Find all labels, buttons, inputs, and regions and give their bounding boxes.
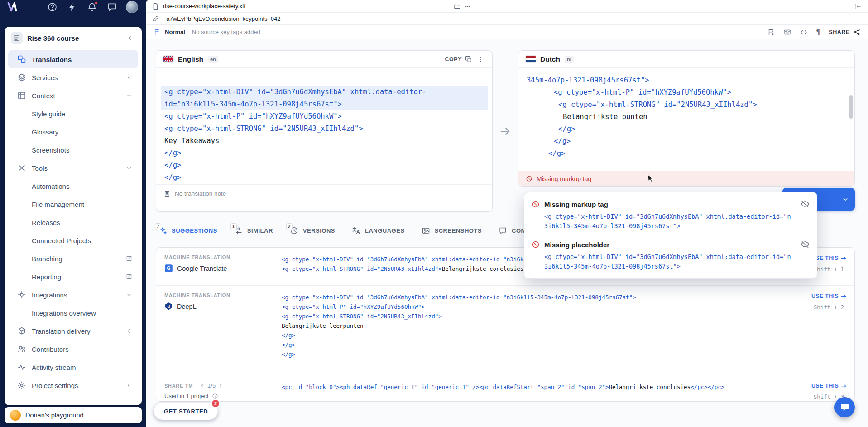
sidebar-item-translation-delivery[interactable]: Translation delivery <box>8 322 138 340</box>
eye-off-icon[interactable] <box>801 200 810 209</box>
tm-usage: Used in 1 project <box>164 393 273 399</box>
error-icon <box>532 240 540 249</box>
external-icon[interactable] <box>125 255 133 262</box>
sidebar-item-label: Integrations <box>32 291 67 299</box>
intercom-chat-button[interactable] <box>834 397 855 417</box>
flag-badge-icon[interactable] <box>767 28 775 36</box>
sidebar-item-screenshots[interactable]: Screenshots <box>8 141 138 159</box>
use-this-arrow-icon: → <box>841 293 846 300</box>
sidebar-item-activity-stream[interactable]: Activity stream <box>8 358 138 376</box>
workspace-switcher[interactable]: Dorian's playground <box>5 407 142 423</box>
use-this-button[interactable]: USE THIS→ <box>811 382 846 389</box>
notification-dot <box>94 1 98 5</box>
source-tags-note: No source key tags added <box>192 29 260 35</box>
source-text[interactable]: <g ctype="x-html-DIV" id="3dGh7u6dXmhysE… <box>156 68 492 184</box>
project-switcher[interactable]: Rise 360 course <box>5 27 142 49</box>
scrollbar-thumb[interactable] <box>849 95 853 119</box>
copy-source-button[interactable]: COPY <box>445 56 472 63</box>
sidebar-item-label: Releases <box>32 219 60 226</box>
sidebar-item-connected-projects[interactable]: Connected Projects <box>8 231 138 249</box>
info-icon[interactable] <box>212 393 218 399</box>
languages-icon <box>352 226 360 235</box>
file-name[interactable]: rise-course-workplace-safety.xlf <box>163 3 245 10</box>
user-avatar[interactable] <box>126 1 138 13</box>
sidebar-item-style-guide[interactable]: Style guide <box>8 105 138 123</box>
tab-similar[interactable]: 1SIMILAR <box>234 226 273 235</box>
pagination-next-icon[interactable] <box>217 383 224 389</box>
qa-error-item: Missing placeholder<g ctype="x-html-DIV"… <box>532 240 810 271</box>
pagination-current: 1/5 <box>207 382 216 389</box>
similar-icon: 1 <box>234 226 243 235</box>
get-started-button[interactable]: GET STARTED 2 <box>154 403 218 420</box>
suggestions-icon: 7 <box>158 226 167 235</box>
save-options-button[interactable] <box>835 188 855 211</box>
tab-label: SUGGESTIONS <box>172 227 217 234</box>
suggestion-text[interactable]: <g ctype="x-html-DIV" id="3dGh7u6dXmhysE… <box>282 286 803 375</box>
sidebar-item-glossary[interactable]: Glossary <box>8 123 138 141</box>
sidebar-item-integrations-overview[interactable]: Integrations overview <box>8 304 138 322</box>
tab-suggestions[interactable]: 7SUGGESTIONS <box>158 226 217 235</box>
sidebar-collapse-icon[interactable] <box>127 34 135 42</box>
eye-off-icon[interactable] <box>801 240 810 249</box>
sidebar-item-services[interactable]: Services <box>8 68 138 86</box>
use-this-arrow-icon: → <box>841 254 846 262</box>
sidebar-item-tools[interactable]: Tools <box>8 159 138 177</box>
sidebar-item-integrations[interactable]: Integrations <box>8 286 138 304</box>
suggestion-row: SHARE TM1/5Used in 1 project<pc id="bloc… <box>156 375 854 402</box>
inline-error-banner[interactable]: Missing markup tag <box>518 171 854 186</box>
tab-versions[interactable]: 2VERSIONS <box>290 226 335 235</box>
notifications-bell-icon[interactable] <box>87 2 97 12</box>
app-logo[interactable] <box>6 1 18 13</box>
sidebar-item-branching[interactable]: Branching <box>8 249 138 268</box>
tab-screenshots[interactable]: SCREENSHOTS <box>422 226 482 235</box>
target-text-editor[interactable]: 345m-4o7p-l321-098j45rs67st"><g ctype="x… <box>518 68 854 160</box>
external-icon[interactable] <box>125 273 133 280</box>
translation-key-id[interactable]: _a7wEyPbPqEvO.conclusion_keypoints_042 <box>163 15 280 22</box>
deepl-icon: d <box>164 302 173 311</box>
source-language-code: en <box>208 56 218 63</box>
chev-down-icon <box>125 92 133 99</box>
left-rail: Rise 360 course TranslationsServicesCont… <box>0 0 146 427</box>
pilcrow-icon[interactable]: ¶ <box>816 28 820 36</box>
folder-label[interactable]: --- <box>465 3 470 10</box>
sidebar-item-label: Connected Projects <box>32 237 91 245</box>
sidebar-item-file-management[interactable]: File management <box>8 195 138 213</box>
copy-icon <box>465 56 472 63</box>
collapse-panel-icon[interactable] <box>854 3 862 10</box>
use-this-label: USE THIS <box>811 383 839 389</box>
sidebar-item-contributors[interactable]: Contributors <box>8 340 138 358</box>
sidebar-item-context[interactable]: Context <box>8 86 138 105</box>
sidebar-item-automations[interactable]: Automations <box>8 177 138 195</box>
translation-note-footer[interactable]: No translation note <box>156 184 492 211</box>
sidebar-item-reporting[interactable]: Reporting <box>8 268 138 286</box>
status-selector[interactable]: Normal <box>165 29 185 35</box>
quick-actions-icon[interactable] <box>67 2 77 12</box>
use-this-button[interactable]: USE THIS→ <box>811 293 846 300</box>
sidebar-item-project-settings[interactable]: Project settings <box>8 376 138 394</box>
more-options-icon[interactable] <box>477 55 485 63</box>
code-view-icon[interactable] <box>800 28 808 36</box>
share-button[interactable]: SHARE <box>829 28 861 36</box>
file-bar: rise-course-workplace-safety.xlf --- <box>146 0 868 13</box>
help-icon[interactable] <box>47 2 58 12</box>
tab-label: LANGUAGES <box>365 227 405 234</box>
integrations-icon <box>17 290 26 299</box>
keyboard-icon[interactable] <box>783 28 791 36</box>
sidebar-item-translations[interactable]: Translations <box>8 50 138 68</box>
copy-label: COPY <box>445 56 462 62</box>
code-line: <g ctype="x-html-DIV" id="3dGh7u6dXmhysE… <box>282 293 799 302</box>
pagination-prev-icon[interactable] <box>199 383 206 389</box>
activity-icon <box>17 363 26 372</box>
context-icon <box>17 91 26 100</box>
code-line: </g> <box>282 350 799 359</box>
tab-languages[interactable]: LANGUAGES <box>352 226 405 235</box>
sidebar-item-label: Reporting <box>32 273 61 281</box>
sidebar-item-releases[interactable]: Releases <box>8 213 138 231</box>
messages-icon[interactable] <box>107 2 117 12</box>
suggestion-text[interactable]: <pc id="block_0"><ph dataRef="generic_1"… <box>282 375 803 402</box>
folder-icon[interactable] <box>454 3 461 10</box>
chat-icon <box>840 403 850 413</box>
chev-left-icon <box>125 327 133 335</box>
screenshots-icon <box>422 226 430 235</box>
sidebar-item-label: Branching <box>32 255 62 263</box>
